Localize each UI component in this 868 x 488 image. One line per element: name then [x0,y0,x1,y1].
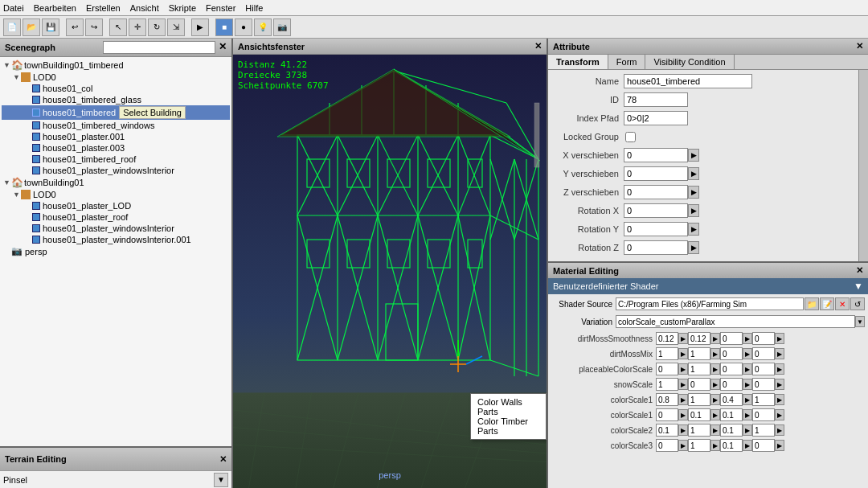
mat-arrow-2[interactable]: ▶ [710,363,720,375]
mat-param-col3[interactable] [720,424,743,437]
menu-ansicht[interactable]: Ansicht [130,3,159,13]
mat-arrow-2[interactable]: ▶ [710,333,720,344]
mat-param-col2[interactable] [688,363,710,375]
tree-item-house2-win[interactable]: house01_plaster_windowsInterior [2,223,230,234]
mat-arrow-4[interactable]: ▶ [775,409,784,420]
toolbar-move[interactable]: ✛ [129,18,146,36]
tree-item-house-timbered[interactable]: house01_timbered Select Building [2,105,230,120]
mat-param-col1[interactable] [656,408,678,421]
mat-arrow-4[interactable]: ▶ [775,394,784,405]
mat-param-col2[interactable] [688,393,710,406]
toolbar-new[interactable]: 📄 [3,18,21,36]
mat-arrow-1[interactable]: ▶ [678,333,688,344]
tree-item-town2[interactable]: ▼ 🏠 townBuilding01 [2,176,230,189]
mat-param-col1[interactable] [656,439,678,452]
mat-param-col4[interactable] [752,363,775,375]
mat-arrow-2[interactable]: ▶ [710,379,720,390]
toolbar-save[interactable]: 💾 [42,18,59,36]
attr-rx-input[interactable] [624,203,688,218]
mat-param-col2[interactable] [688,439,710,452]
scenegraph-search[interactable] [103,41,215,54]
attr-x-input[interactable] [624,148,688,162]
mat-arrow-3[interactable]: ▶ [743,379,752,390]
mat-arrow-4[interactable]: ▶ [775,348,784,359]
mat-param-col3[interactable] [720,363,743,375]
toolbar-play[interactable]: ▶ [191,18,209,36]
menu-skripte[interactable]: Skripte [169,3,196,13]
terrain-close[interactable]: ✕ [219,454,227,465]
shader-source-input[interactable] [616,297,804,310]
attr-ry-arrow[interactable]: ▶ [688,223,699,236]
attr-rz-input[interactable] [624,240,688,255]
attribute-close[interactable]: ✕ [856,41,863,51]
tree-item-house-roof[interactable]: house01_timbered_roof [2,154,230,165]
mat-param-col2[interactable] [688,332,710,345]
variation-input[interactable] [616,315,855,328]
tree-item-house2-win001[interactable]: house01_plaster_windowsInterior.001 [2,234,230,245]
mat-arrow-4[interactable]: ▶ [775,424,784,436]
mat-param-col4[interactable] [752,424,775,437]
mat-param-col3[interactable] [720,378,743,391]
mat-param-col3[interactable] [720,439,743,452]
variation-dropdown-icon[interactable]: ▼ [855,316,865,327]
toolbar-sphere[interactable]: ● [235,18,252,36]
mat-param-col3[interactable] [720,347,743,360]
menu-datei[interactable]: Datei [3,3,24,13]
mat-param-col4[interactable] [752,393,775,406]
toolbar-redo[interactable]: ↪ [85,18,103,36]
mat-arrow-2[interactable]: ▶ [710,440,720,451]
mat-arrow-2[interactable]: ▶ [710,394,720,405]
tree-item-town1[interactable]: ▼ 🏠 townBuilding01_timbered [2,59,230,72]
mat-param-col4[interactable] [752,347,775,360]
mat-param-col2[interactable] [688,347,710,360]
attr-rz-arrow[interactable]: ▶ [688,241,699,254]
mat-arrow-4[interactable]: ▶ [775,333,784,344]
attr-x-arrow[interactable]: ▶ [688,149,699,162]
attr-z-arrow[interactable]: ▶ [688,186,699,199]
mat-param-col4[interactable] [752,378,775,391]
mat-arrow-1[interactable]: ▶ [678,424,688,436]
shader-clear-btn[interactable]: ✕ [835,297,850,310]
mat-param-col4[interactable] [752,332,775,345]
tree-item-house-plaster003[interactable]: house01_plaster.003 [2,142,230,154]
attr-z-input[interactable] [624,185,688,199]
mat-param-col1[interactable] [656,424,678,437]
mat-arrow-1[interactable]: ▶ [678,440,688,451]
mat-param-col1[interactable] [656,378,678,391]
menu-fenster[interactable]: Fenster [206,3,235,13]
mat-arrow-4[interactable]: ▶ [775,363,784,375]
tree-item-house-glass[interactable]: house01_timbered_glass [2,94,230,105]
mat-arrow-1[interactable]: ▶ [678,409,688,420]
mat-arrow-2[interactable]: ▶ [710,409,720,420]
tree-item-house-win-int[interactable]: house01_plaster_windowsInterior [2,165,230,176]
mat-arrow-1[interactable]: ▶ [678,379,688,390]
toolbar-scale[interactable]: ⇲ [167,18,185,36]
tree-item-lod0-2[interactable]: ▼ LOD0 [2,189,230,200]
mat-arrow-4[interactable]: ▶ [775,379,784,390]
mat-arrow-3[interactable]: ▶ [743,333,752,344]
pinsel-settings[interactable]: ▼ [214,473,228,487]
attr-y-arrow[interactable]: ▶ [688,167,699,180]
tree-item-house-plaster001[interactable]: house01_plaster.001 [2,131,230,142]
toolbar-select[interactable]: ↖ [109,18,127,36]
attr-y-input[interactable] [624,166,688,181]
tree-item-persp[interactable]: 📷 persp [2,245,230,257]
mat-arrow-1[interactable]: ▶ [678,394,688,405]
tree-item-house2-lod[interactable]: house01_plaster_LOD [2,200,230,211]
mat-arrow-4[interactable]: ▶ [775,440,784,451]
mat-param-col4[interactable] [752,408,775,421]
shader-folder-btn[interactable]: 📁 [805,297,819,310]
mat-param-col1[interactable] [656,363,678,375]
toolbar-rotate[interactable]: ↻ [148,18,166,36]
attr-locked-checkbox[interactable] [625,132,636,142]
tab-form[interactable]: Form [608,55,646,69]
tree-item-house2-roof[interactable]: house01_plaster_roof [2,211,230,223]
tab-visibility[interactable]: Visibility Condition [645,55,734,69]
menu-bearbeiten[interactable]: Bearbeiten [34,3,76,13]
viewport-close[interactable]: ✕ [534,41,542,51]
mat-arrow-3[interactable]: ▶ [743,424,752,436]
mat-arrow-3[interactable]: ▶ [743,440,752,451]
tree-item-house-windows[interactable]: house01_timbered_windows [2,120,230,131]
material-close[interactable]: ✕ [856,265,863,276]
toolbar-light[interactable]: 💡 [254,18,272,36]
